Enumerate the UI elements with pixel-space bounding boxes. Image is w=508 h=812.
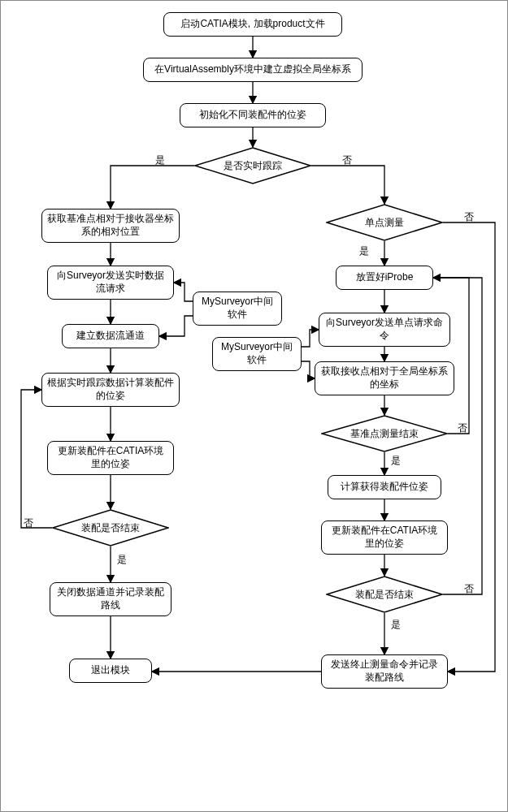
flowchart-canvas: 启动CATIA模块, 加载product文件 在VirtualAssembly环… xyxy=(0,0,508,812)
decision-asm-end-right: 装配是否结束 xyxy=(326,576,443,613)
node-start: 启动CATIA模块, 加载product文件 xyxy=(163,12,342,37)
node-get-recv-pt: 获取接收点相对于全局坐标系的坐标 xyxy=(315,361,454,395)
label-no: 否 xyxy=(464,210,474,224)
node-send-single: 向Surveyor发送单点请求命令 xyxy=(319,313,450,347)
decision-realtime: 是否实时跟踪 xyxy=(194,147,311,184)
node-exit: 退出模块 xyxy=(69,659,152,683)
node-calc-pose-right: 计算获得装配件位姿 xyxy=(328,475,441,499)
node-close-channel: 关闭数据通道并记录装配路线 xyxy=(50,582,172,616)
node-build-channel: 建立数据流通道 xyxy=(62,324,159,348)
label-no: 否 xyxy=(342,153,352,167)
node-middleware-right: MySurveyor中间软件 xyxy=(212,337,302,371)
label-no: 否 xyxy=(464,582,474,596)
node-update-pose-left: 更新装配件在CATIA环境里的位姿 xyxy=(47,441,174,475)
node-init: 初始化不同装配件的位姿 xyxy=(180,103,326,127)
node-place-iprobe: 放置好iProbe xyxy=(336,266,433,290)
decision-asm-end-left: 装配是否结束 xyxy=(52,509,169,546)
label-yes: 是 xyxy=(391,454,401,468)
label-yes: 是 xyxy=(391,618,401,632)
node-vasm: 在VirtualAssembly环境中建立虚拟全局坐标系 xyxy=(143,58,363,82)
label-yes: 是 xyxy=(117,553,127,567)
label-no: 否 xyxy=(24,516,33,530)
node-send-stop: 发送终止测量命令并记录装配路线 xyxy=(321,654,448,689)
node-middleware-left: MySurveyor中间软件 xyxy=(193,292,282,326)
label-yes: 是 xyxy=(155,153,165,167)
label-yes: 是 xyxy=(359,244,369,258)
decision-single-point: 单点测量 xyxy=(326,204,443,241)
node-send-stream: 向Surveyor发送实时数据流请求 xyxy=(47,266,174,300)
node-update-pose-right: 更新装配件在CATIA环境里的位姿 xyxy=(321,520,448,555)
node-calc-pose: 根据实时跟踪数据计算装配件的位姿 xyxy=(41,373,180,407)
node-get-ref: 获取基准点相对于接收器坐标系的相对位置 xyxy=(41,209,180,243)
decision-ref-end: 基准点测量结束 xyxy=(321,415,448,452)
label-no: 否 xyxy=(458,421,467,435)
